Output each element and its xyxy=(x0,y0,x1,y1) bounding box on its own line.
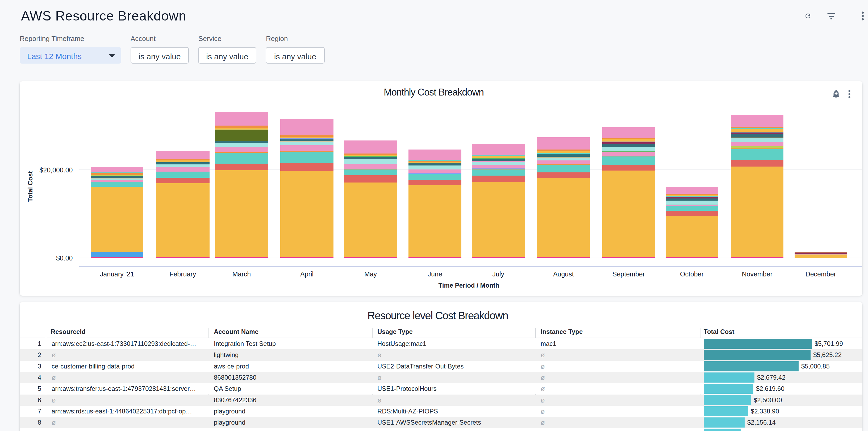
svg-text:December: December xyxy=(806,270,836,278)
svg-text:January '21: January '21 xyxy=(100,270,134,278)
svg-text:March: March xyxy=(232,270,251,278)
svg-text:July: July xyxy=(493,270,504,278)
svg-text:October: October xyxy=(680,270,704,278)
svg-text:September: September xyxy=(613,270,645,278)
svg-text:November: November xyxy=(742,270,772,278)
svg-text:Time Period / Month: Time Period / Month xyxy=(438,282,499,289)
svg-text:April: April xyxy=(300,270,313,278)
svg-text:$0.00: $0.00 xyxy=(56,254,73,262)
svg-text:$20,000.00: $20,000.00 xyxy=(39,166,72,174)
svg-text:May: May xyxy=(364,270,377,278)
svg-text:February: February xyxy=(169,270,196,278)
svg-text:Total Cost: Total Cost xyxy=(27,171,34,202)
svg-text:June: June xyxy=(428,270,442,278)
svg-text:August: August xyxy=(553,270,574,278)
